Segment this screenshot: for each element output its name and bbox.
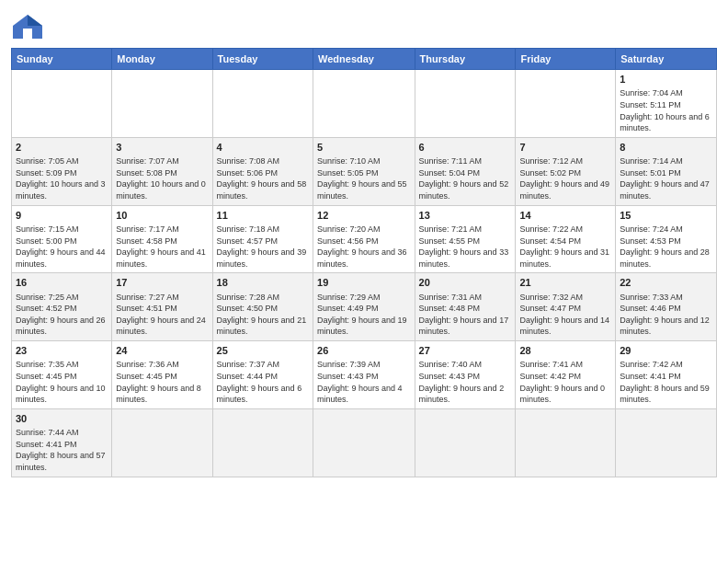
day-info: Sunrise: 7:44 AM Sunset: 4:41 PM Dayligh… — [16, 427, 108, 473]
page: SundayMondayTuesdayWednesdayThursdayFrid… — [0, 0, 728, 563]
day-number: 1 — [620, 73, 712, 86]
header-wednesday: Wednesday — [313, 49, 415, 70]
day-number: 19 — [317, 276, 411, 290]
calendar-cell: 15Sunrise: 7:24 AM Sunset: 4:53 PM Dayli… — [616, 205, 717, 273]
day-info: Sunrise: 7:35 AM Sunset: 4:45 PM Dayligh… — [16, 359, 108, 405]
day-info: Sunrise: 7:25 AM Sunset: 4:52 PM Dayligh… — [16, 292, 108, 338]
calendar-cell: 18Sunrise: 7:28 AM Sunset: 4:50 PM Dayli… — [212, 273, 313, 341]
day-number: 25 — [217, 344, 309, 358]
calendar-cell: 20Sunrise: 7:31 AM Sunset: 4:48 PM Dayli… — [415, 273, 516, 341]
calendar-week-4: 23Sunrise: 7:35 AM Sunset: 4:45 PM Dayli… — [12, 341, 717, 409]
calendar-cell: 17Sunrise: 7:27 AM Sunset: 4:51 PM Dayli… — [112, 273, 212, 341]
day-number: 9 — [16, 209, 108, 223]
generalblue-logo-icon — [11, 13, 44, 40]
day-info: Sunrise: 7:29 AM Sunset: 4:49 PM Dayligh… — [317, 292, 411, 338]
calendar-cell: 3Sunrise: 7:07 AM Sunset: 5:08 PM Daylig… — [112, 137, 212, 205]
calendar-week-0: 1Sunrise: 7:04 AM Sunset: 5:11 PM Daylig… — [12, 70, 717, 138]
day-number: 8 — [620, 141, 712, 155]
calendar-cell — [616, 408, 717, 477]
day-info: Sunrise: 7:24 AM Sunset: 4:53 PM Dayligh… — [620, 224, 712, 270]
calendar-cell: 24Sunrise: 7:36 AM Sunset: 4:45 PM Dayli… — [112, 341, 212, 409]
day-info: Sunrise: 7:32 AM Sunset: 4:47 PM Dayligh… — [519, 292, 611, 338]
day-info: Sunrise: 7:07 AM Sunset: 5:08 PM Dayligh… — [116, 155, 208, 201]
calendar-cell: 1Sunrise: 7:04 AM Sunset: 5:11 PM Daylig… — [616, 70, 717, 138]
calendar: SundayMondayTuesdayWednesdayThursdayFrid… — [11, 48, 717, 477]
day-info: Sunrise: 7:05 AM Sunset: 5:09 PM Dayligh… — [16, 155, 108, 201]
calendar-cell: 30Sunrise: 7:44 AM Sunset: 4:41 PM Dayli… — [12, 408, 112, 477]
day-number: 3 — [116, 141, 208, 155]
calendar-cell: 6Sunrise: 7:11 AM Sunset: 5:04 PM Daylig… — [415, 137, 516, 205]
calendar-cell: 29Sunrise: 7:42 AM Sunset: 4:41 PM Dayli… — [616, 341, 717, 409]
header-sunday: Sunday — [12, 49, 112, 70]
calendar-cell: 14Sunrise: 7:22 AM Sunset: 4:54 PM Dayli… — [516, 205, 616, 273]
calendar-cell — [12, 70, 112, 138]
day-number: 21 — [519, 276, 611, 290]
calendar-cell — [112, 408, 212, 477]
day-number: 16 — [16, 276, 108, 290]
calendar-cell: 4Sunrise: 7:08 AM Sunset: 5:06 PM Daylig… — [212, 137, 313, 205]
day-number: 30 — [16, 412, 108, 426]
calendar-cell: 27Sunrise: 7:40 AM Sunset: 4:43 PM Dayli… — [415, 341, 516, 409]
calendar-cell — [313, 70, 415, 138]
calendar-cell: 11Sunrise: 7:18 AM Sunset: 4:57 PM Dayli… — [212, 205, 313, 273]
day-info: Sunrise: 7:12 AM Sunset: 5:02 PM Dayligh… — [519, 155, 611, 201]
calendar-cell — [516, 70, 616, 138]
day-info: Sunrise: 7:41 AM Sunset: 4:42 PM Dayligh… — [519, 359, 611, 405]
calendar-cell: 16Sunrise: 7:25 AM Sunset: 4:52 PM Dayli… — [12, 273, 112, 341]
day-number: 15 — [620, 209, 712, 223]
day-info: Sunrise: 7:18 AM Sunset: 4:57 PM Dayligh… — [217, 224, 309, 270]
calendar-cell: 13Sunrise: 7:21 AM Sunset: 4:55 PM Dayli… — [415, 205, 516, 273]
day-number: 24 — [116, 344, 208, 358]
day-number: 5 — [317, 141, 411, 155]
day-info: Sunrise: 7:11 AM Sunset: 5:04 PM Dayligh… — [419, 155, 512, 201]
day-number: 28 — [519, 344, 611, 358]
day-number: 14 — [519, 209, 611, 223]
calendar-cell — [516, 408, 616, 477]
day-number: 6 — [419, 141, 512, 155]
calendar-header-row: SundayMondayTuesdayWednesdayThursdayFrid… — [12, 49, 717, 70]
calendar-cell: 7Sunrise: 7:12 AM Sunset: 5:02 PM Daylig… — [516, 137, 616, 205]
day-info: Sunrise: 7:33 AM Sunset: 4:46 PM Dayligh… — [620, 292, 712, 338]
day-info: Sunrise: 7:10 AM Sunset: 5:05 PM Dayligh… — [317, 155, 411, 201]
calendar-cell — [415, 408, 516, 477]
day-number: 18 — [217, 276, 309, 290]
calendar-week-2: 9Sunrise: 7:15 AM Sunset: 5:00 PM Daylig… — [12, 205, 717, 273]
header-thursday: Thursday — [415, 49, 516, 70]
day-info: Sunrise: 7:21 AM Sunset: 4:55 PM Dayligh… — [419, 224, 512, 270]
calendar-cell: 21Sunrise: 7:32 AM Sunset: 4:47 PM Dayli… — [516, 273, 616, 341]
day-info: Sunrise: 7:36 AM Sunset: 4:45 PM Dayligh… — [116, 359, 208, 405]
calendar-cell: 22Sunrise: 7:33 AM Sunset: 4:46 PM Dayli… — [616, 273, 717, 341]
day-number: 2 — [16, 141, 108, 155]
day-info: Sunrise: 7:08 AM Sunset: 5:06 PM Dayligh… — [217, 155, 309, 201]
day-number: 12 — [317, 209, 411, 223]
header — [11, 9, 717, 40]
calendar-week-3: 16Sunrise: 7:25 AM Sunset: 4:52 PM Dayli… — [12, 273, 717, 341]
calendar-cell: 12Sunrise: 7:20 AM Sunset: 4:56 PM Dayli… — [313, 205, 415, 273]
day-info: Sunrise: 7:22 AM Sunset: 4:54 PM Dayligh… — [519, 224, 611, 270]
calendar-cell: 5Sunrise: 7:10 AM Sunset: 5:05 PM Daylig… — [313, 137, 415, 205]
calendar-cell: 2Sunrise: 7:05 AM Sunset: 5:09 PM Daylig… — [12, 137, 112, 205]
header-friday: Friday — [516, 49, 616, 70]
day-number: 27 — [419, 344, 512, 358]
calendar-cell — [313, 408, 415, 477]
day-info: Sunrise: 7:42 AM Sunset: 4:41 PM Dayligh… — [620, 359, 712, 405]
day-number: 11 — [217, 209, 309, 223]
day-number: 13 — [419, 209, 512, 223]
day-info: Sunrise: 7:39 AM Sunset: 4:43 PM Dayligh… — [317, 359, 411, 405]
day-number: 23 — [16, 344, 108, 358]
day-info: Sunrise: 7:14 AM Sunset: 5:01 PM Dayligh… — [620, 155, 712, 201]
day-info: Sunrise: 7:37 AM Sunset: 4:44 PM Dayligh… — [217, 359, 309, 405]
day-info: Sunrise: 7:27 AM Sunset: 4:51 PM Dayligh… — [116, 292, 208, 338]
day-number: 17 — [116, 276, 208, 290]
calendar-week-5: 30Sunrise: 7:44 AM Sunset: 4:41 PM Dayli… — [12, 408, 717, 477]
day-info: Sunrise: 7:04 AM Sunset: 5:11 PM Dayligh… — [620, 87, 712, 133]
calendar-cell — [212, 408, 313, 477]
calendar-cell: 25Sunrise: 7:37 AM Sunset: 4:44 PM Dayli… — [212, 341, 313, 409]
logo — [11, 13, 48, 40]
calendar-cell: 9Sunrise: 7:15 AM Sunset: 5:00 PM Daylig… — [12, 205, 112, 273]
day-number: 7 — [519, 141, 611, 155]
day-info: Sunrise: 7:17 AM Sunset: 4:58 PM Dayligh… — [116, 224, 208, 270]
day-number: 4 — [217, 141, 309, 155]
header-tuesday: Tuesday — [212, 49, 313, 70]
day-number: 22 — [620, 276, 712, 290]
